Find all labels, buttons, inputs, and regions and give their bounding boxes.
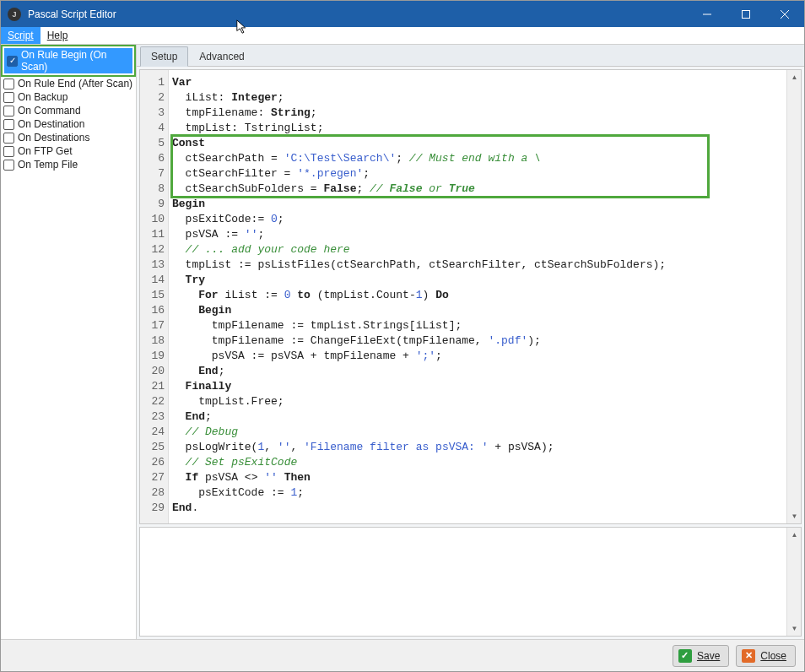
event-on-temp-file[interactable]: On Temp File [1, 158, 136, 171]
event-on-rule-end[interactable]: On Rule End (After Scan) [1, 77, 136, 90]
close-button[interactable]: ✕ Close [736, 645, 796, 667]
event-label: On Rule Begin (On Scan) [21, 49, 130, 73]
window-close-button[interactable] [765, 1, 804, 27]
event-label: On FTP Get [18, 145, 72, 157]
scroll-up-icon[interactable]: ▲ [787, 70, 802, 84]
x-icon: ✕ [742, 649, 755, 663]
event-label: On Backup [18, 91, 68, 103]
event-list-sidebar: ✓ On Rule Begin (On Scan) On Rule End (A… [1, 45, 137, 639]
checkbox-icon[interactable]: ✓ [7, 56, 18, 67]
checkbox-icon[interactable] [3, 160, 14, 171]
minimize-button[interactable] [688, 1, 727, 27]
scroll-down-icon[interactable]: ▼ [787, 621, 802, 636]
event-on-command[interactable]: On Command [1, 104, 136, 117]
sidebar-highlight-box: ✓ On Rule Begin (On Scan) [1, 45, 136, 77]
save-button[interactable]: ✓ Save [673, 645, 729, 667]
close-icon [781, 10, 789, 19]
tab-advanced[interactable]: Advanced [188, 46, 255, 66]
svg-rect-1 [743, 10, 750, 18]
dialog-footer: ✓ Save ✕ Close [1, 639, 804, 671]
editor-scrollbar[interactable]: ▲ ▼ [786, 70, 801, 523]
event-on-destination[interactable]: On Destination [1, 117, 136, 131]
maximize-button[interactable] [727, 1, 765, 27]
check-icon: ✓ [678, 649, 692, 663]
checkbox-icon[interactable] [3, 106, 14, 117]
menu-help[interactable]: Help [41, 27, 75, 44]
event-on-rule-begin[interactable]: ✓ On Rule Begin (On Scan) [4, 48, 132, 73]
app-icon: J [8, 8, 21, 21]
maximize-icon [742, 10, 750, 19]
event-label: On Destinations [18, 132, 89, 144]
event-label: On Destination [18, 118, 84, 130]
event-on-destinations[interactable]: On Destinations [1, 131, 136, 144]
scroll-down-icon[interactable]: ▼ [787, 509, 802, 523]
code-area[interactable]: Var iList: Integer; tmpFilename: String;… [169, 70, 801, 523]
checkbox-icon[interactable] [3, 119, 14, 130]
title-bar: J Pascal Script Editor [1, 1, 804, 27]
output-scrollbar[interactable]: ▲ ▼ [786, 528, 801, 636]
event-label: On Temp File [18, 159, 78, 171]
scroll-up-icon[interactable]: ▲ [787, 528, 802, 542]
event-label: On Command [18, 105, 81, 117]
event-on-ftp-get[interactable]: On FTP Get [1, 144, 136, 158]
checkbox-icon[interactable] [3, 79, 14, 89]
menu-script[interactable]: Script [1, 27, 41, 44]
menu-bar: Script Help [1, 27, 804, 45]
event-label: On Rule End (After Scan) [18, 78, 132, 89]
minimize-icon [703, 10, 711, 19]
save-label: Save [697, 650, 720, 662]
editor-tabs: Setup Advanced [137, 45, 804, 67]
code-editor[interactable]: 1234567891011121314151617181920212223242… [139, 69, 802, 524]
checkbox-icon[interactable] [3, 146, 14, 157]
checkbox-icon[interactable] [3, 133, 14, 144]
window-title: Pascal Script Editor [28, 8, 688, 20]
tab-setup[interactable]: Setup [140, 46, 188, 67]
output-panel[interactable]: ▲ ▼ [139, 527, 802, 637]
event-on-backup[interactable]: On Backup [1, 90, 136, 104]
close-label: Close [760, 650, 786, 662]
checkbox-icon[interactable] [3, 92, 14, 103]
line-number-gutter: 1234567891011121314151617181920212223242… [140, 70, 169, 523]
